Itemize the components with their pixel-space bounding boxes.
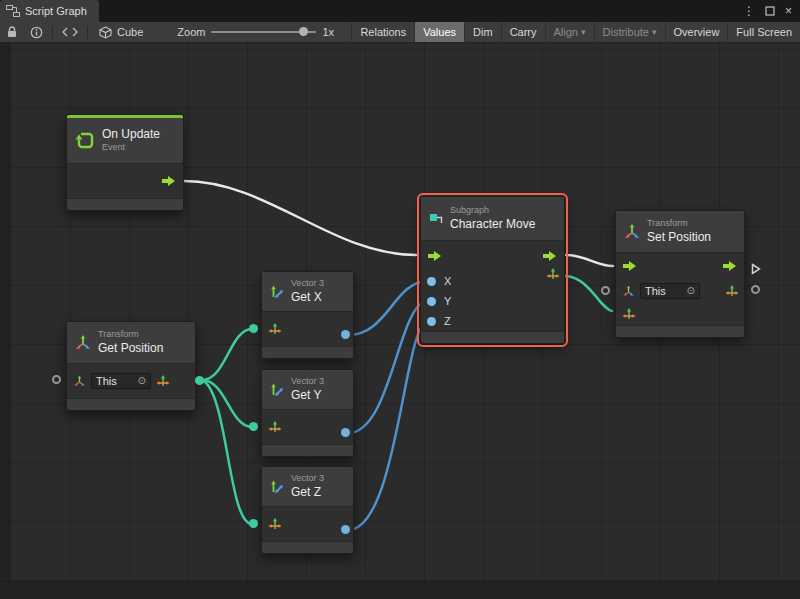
get-y-input-port[interactable]: [249, 422, 258, 431]
node-get-x[interactable]: Vector 3 Get X: [261, 271, 354, 359]
vector3-move-icon: [268, 322, 282, 336]
vertical-scroll-gutter[interactable]: [0, 43, 10, 599]
node-header: Transform Set Position: [616, 211, 744, 253]
node-header: Vector 3 Get Z: [262, 467, 353, 507]
distribute-label: Distribute: [603, 26, 649, 38]
get-z-output-port[interactable]: [341, 525, 350, 534]
node-category: Vector 3: [291, 376, 324, 387]
node-category: Event: [102, 142, 160, 153]
this-dropdown[interactable]: This ⊙: [91, 373, 151, 389]
graph-object[interactable]: Cube: [91, 26, 151, 39]
toolbar-separator: [87, 26, 88, 39]
zoom-slider[interactable]: [211, 31, 316, 33]
vector3-move-icon: [268, 517, 282, 531]
carry-button[interactable]: Carry: [501, 22, 545, 42]
node-footer: [262, 444, 353, 456]
chevron-down-icon: ▾: [652, 27, 657, 37]
floating-flow-port[interactable]: [751, 263, 761, 275]
floating-value-port[interactable]: [751, 285, 760, 294]
get-y-output-port[interactable]: [341, 428, 350, 437]
target-icon: ⊙: [138, 376, 146, 386]
axis-icon: [622, 285, 635, 298]
flow-output-port[interactable]: [542, 250, 558, 262]
node-footer: [262, 541, 353, 553]
graph-object-name: Cube: [117, 26, 143, 38]
y-input-port[interactable]: [427, 297, 436, 306]
flow-output-port[interactable]: [161, 175, 177, 187]
transform-icon: [623, 223, 641, 241]
tab-script-graph[interactable]: Script Graph: [0, 0, 99, 22]
node-get-position[interactable]: Transform Get Position This ⊙: [66, 321, 196, 411]
node-character-move[interactable]: Subgraph Character Move X Y Z: [420, 196, 565, 344]
info-icon[interactable]: [24, 22, 49, 42]
port-row: [262, 507, 353, 541]
overview-button[interactable]: Overview: [665, 22, 728, 42]
horizontal-scroll-gutter[interactable]: [0, 581, 800, 599]
tab-title: Script Graph: [25, 5, 87, 17]
zoom-slider-knob[interactable]: [299, 27, 308, 36]
relations-button[interactable]: Relations: [351, 22, 414, 42]
code-icon[interactable]: [56, 22, 84, 42]
node-header: Subgraph Character Move: [421, 197, 564, 241]
vector3-icon: [269, 284, 285, 300]
transform-icon: [74, 334, 92, 352]
node-footer: [421, 331, 564, 343]
window-tab-bar: Script Graph ⋮ ×: [0, 0, 800, 22]
z-input-port[interactable]: [427, 317, 436, 326]
flow-input-port[interactable]: [622, 260, 638, 272]
this-value: This: [96, 375, 117, 387]
graph-toolbar: Cube Zoom 1x Relations Values Dim Carry …: [0, 22, 800, 43]
axis-icon: [73, 375, 86, 388]
node-on-update[interactable]: On Update Event: [66, 114, 184, 211]
cube-icon: [99, 26, 112, 39]
get-z-input-port[interactable]: [249, 519, 258, 528]
x-input-port[interactable]: [427, 277, 436, 286]
get-position-this-port[interactable]: [52, 375, 61, 384]
toolbar-separator: [52, 26, 53, 39]
distribute-button: Distribute ▾: [594, 22, 665, 42]
align-label: Align: [554, 26, 578, 38]
vector3-output-port[interactable]: [546, 267, 560, 281]
vector3-output-port[interactable]: [725, 284, 739, 298]
full-screen-button[interactable]: Full Screen: [727, 22, 800, 42]
close-icon[interactable]: ×: [785, 5, 792, 17]
target-row: This ⊙: [67, 364, 195, 398]
input-row-y: Y: [421, 291, 564, 311]
port-label-y: Y: [444, 295, 451, 307]
node-header: Transform Get Position: [67, 322, 195, 364]
script-graph-window: Script Graph ⋮ ×: [0, 0, 800, 599]
node-footer: [616, 325, 744, 337]
input-row-z: Z: [421, 311, 564, 331]
flow-output-port[interactable]: [722, 260, 738, 272]
node-get-z[interactable]: Vector 3 Get Z: [261, 466, 354, 554]
node-title: Get Z: [291, 485, 324, 500]
flow-input-port[interactable]: [427, 250, 443, 262]
maximize-icon[interactable]: [765, 6, 775, 16]
node-get-y[interactable]: Vector 3 Get Y: [261, 369, 354, 457]
vector3-move-icon: [156, 374, 170, 388]
dim-button[interactable]: Dim: [464, 22, 501, 42]
event-loop-icon: [74, 130, 96, 152]
node-title: Get Y: [291, 388, 324, 403]
node-header: Vector 3 Get Y: [262, 370, 353, 410]
get-x-output-port[interactable]: [341, 330, 350, 339]
node-category: Vector 3: [291, 278, 324, 289]
window-menu-icon[interactable]: ⋮: [743, 5, 755, 17]
node-set-position[interactable]: Transform Set Position This ⊙: [615, 210, 745, 338]
node-footer: [67, 398, 195, 410]
get-position-output-port[interactable]: [195, 376, 204, 385]
node-category: Subgraph: [450, 205, 535, 216]
this-dropdown[interactable]: This ⊙: [640, 283, 700, 299]
get-x-input-port[interactable]: [249, 324, 258, 333]
port-row: [262, 312, 353, 346]
flow-row: [421, 241, 564, 271]
lock-icon[interactable]: [0, 22, 24, 42]
values-button[interactable]: Values: [414, 22, 464, 42]
vector3-input-port[interactable]: [622, 307, 636, 321]
node-footer: [262, 346, 353, 358]
port-row: [262, 410, 353, 444]
script-graph-icon: [6, 5, 20, 17]
set-position-this-port[interactable]: [601, 286, 610, 295]
flow-output-row: [67, 164, 183, 198]
target-icon: ⊙: [687, 286, 695, 296]
